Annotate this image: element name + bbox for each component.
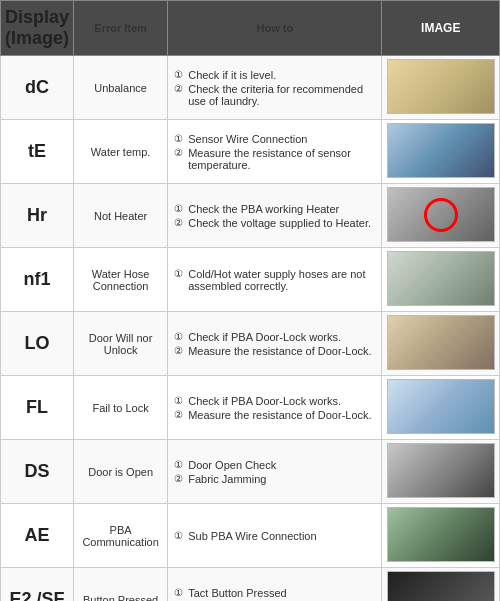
how-to: Cold/Hot water supply hoses are not asse… [168,248,382,312]
table-row: tEWater temp.Sensor Wire ConnectionMeasu… [1,120,500,184]
error-item: Door is Open [74,440,168,504]
error-image [387,251,495,306]
how-to-item: Check the PBA working Heater [174,202,375,216]
how-to-item: Sub PBA Wire Connection [174,529,375,543]
how-to-item: Sensor Wire Connection [174,132,375,146]
error-item: Unbalance [74,56,168,120]
header-display: Display (Image) [1,1,74,56]
header-image: IMAGE [382,1,500,56]
how-to-item: Measure the resistance of sensor tempera… [174,146,375,172]
image-cell [382,568,500,602]
how-to-item: Check the voltage supplied to Heater. [174,216,375,230]
how-to: Tact Button PressedWire Connection [168,568,382,602]
table-row: FLFail to LockCheck if PBA Door-Lock wor… [1,376,500,440]
error-image [387,443,495,498]
table-row: DSDoor is OpenDoor Open CheckFabric Jamm… [1,440,500,504]
display-code: LO [1,312,74,376]
error-item: Fail to Lock [74,376,168,440]
how-to-item: Tact Button Pressed [174,586,375,600]
image-cell [382,440,500,504]
display-code: Hr [1,184,74,248]
image-cell [382,376,500,440]
how-to-item: Measure the resistance of Door-Lock. [174,408,375,422]
how-to-item: Check the criteria for recommended use o… [174,82,375,108]
how-to-item: Check if PBA Door-Lock works. [174,394,375,408]
how-to-item: Door Open Check [174,458,375,472]
how-to-item: Measure the resistance of Door-Lock. [174,344,375,358]
how-to: Check the PBA working HeaterCheck the vo… [168,184,382,248]
image-cell [382,56,500,120]
display-code: nf1 [1,248,74,312]
error-image [387,315,495,370]
error-item: Water Hose Connection [74,248,168,312]
how-to-item: Check if it is level. [174,68,375,82]
display-code: E2 /SF [1,568,74,602]
display-code: dC [1,56,74,120]
display-code: tE [1,120,74,184]
display-code: AE [1,504,74,568]
table-row: AEPBA CommunicationSub PBA Wire Connecti… [1,504,500,568]
table-row: nf1Water Hose ConnectionCold/Hot water s… [1,248,500,312]
error-item: Not Heater [74,184,168,248]
display-code: FL [1,376,74,440]
image-cell [382,312,500,376]
how-to-item: Check if PBA Door-Lock works. [174,330,375,344]
table-row: HrNot HeaterCheck the PBA working Heater… [1,184,500,248]
error-image [387,379,495,434]
error-item: Button Pressed [74,568,168,602]
header-error: Error Item [74,1,168,56]
table-row: E2 /SFButton PressedTact Button PressedW… [1,568,500,602]
table-row: LODoor Will nor UnlockCheck if PBA Door-… [1,312,500,376]
image-cell [382,184,500,248]
error-image [387,59,495,114]
error-image [387,187,495,242]
error-image [387,123,495,178]
header-howto: How to [168,1,382,56]
how-to: Door Open CheckFabric Jamming [168,440,382,504]
error-item: PBA Communication [74,504,168,568]
how-to: Check if PBA Door-Lock works.Measure the… [168,312,382,376]
error-item: Door Will nor Unlock [74,312,168,376]
error-image [387,507,495,562]
how-to: Check if it is level.Check the criteria … [168,56,382,120]
how-to-item: Cold/Hot water supply hoses are not asse… [174,267,375,293]
image-cell [382,120,500,184]
display-code: DS [1,440,74,504]
image-cell [382,504,500,568]
table-row: dCUnbalanceCheck if it is level.Check th… [1,56,500,120]
image-cell [382,248,500,312]
error-item: Water temp. [74,120,168,184]
how-to: Check if PBA Door-Lock works.Measure the… [168,376,382,440]
how-to-item: Fabric Jamming [174,472,375,486]
how-to: Sensor Wire ConnectionMeasure the resist… [168,120,382,184]
error-image [387,571,495,601]
how-to: Sub PBA Wire Connection [168,504,382,568]
